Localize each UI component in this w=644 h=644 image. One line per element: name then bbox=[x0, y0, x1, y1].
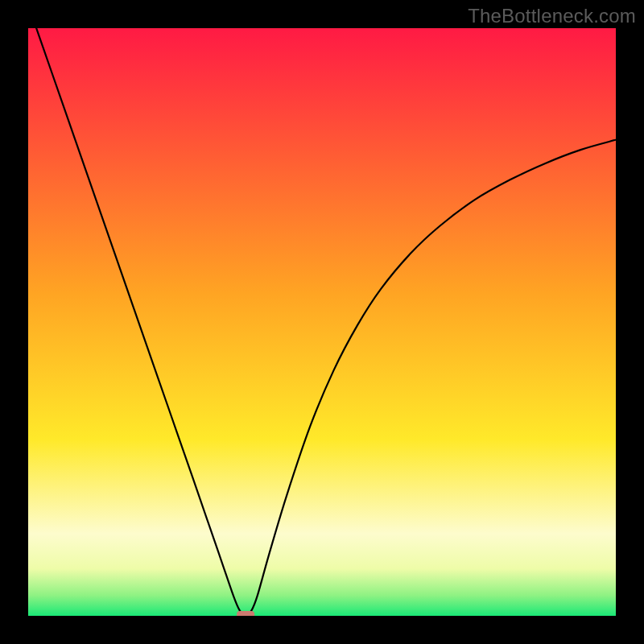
min-marker bbox=[237, 611, 254, 616]
gradient-background bbox=[28, 28, 616, 616]
plot-area bbox=[28, 28, 616, 616]
chart-frame: TheBottleneck.com bbox=[0, 0, 644, 644]
watermark-text: TheBottleneck.com bbox=[468, 5, 636, 27]
chart-svg bbox=[28, 28, 616, 616]
